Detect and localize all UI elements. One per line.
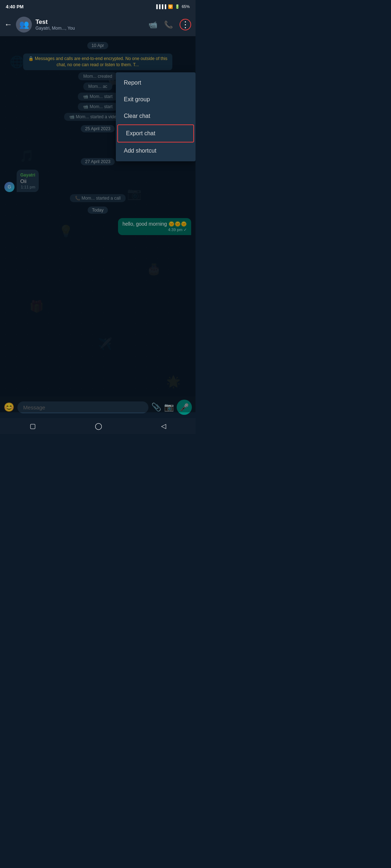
status-bar: 4:40 PM ▐▐▐▐ 🛜 🔋 65% xyxy=(0,0,196,13)
menu-item-report[interactable]: Report xyxy=(116,75,196,91)
header-info[interactable]: Test Gayatri, Mom..., You xyxy=(35,18,145,31)
battery-percent: 65% xyxy=(182,4,190,9)
more-options-button[interactable]: ⋮ xyxy=(180,19,191,30)
voice-call-button[interactable]: 📞 xyxy=(164,20,173,29)
nav-bar: ▢ ◯ ◁ xyxy=(0,418,196,434)
wifi-icon: 🛜 xyxy=(168,4,173,9)
battery-icon: 🔋 xyxy=(175,4,180,9)
signal-icon: ▐▐▐▐ xyxy=(155,4,166,9)
nav-square-button[interactable]: ▢ xyxy=(30,422,36,430)
chat-title: Test xyxy=(35,18,145,26)
chat-area: 🌐 💬 ❤️ 🎵 📷 💡 🎂 🎁 ✈️ 🌟 10 Apr 🔒 Messages … xyxy=(0,36,196,412)
menu-item-exit-group[interactable]: Exit group xyxy=(116,91,196,108)
dropdown-menu: Report Exit group Clear chat Export chat… xyxy=(116,72,196,161)
back-button[interactable]: ← xyxy=(4,20,12,29)
more-icon: ⋮ xyxy=(181,20,190,30)
menu-item-clear-chat[interactable]: Clear chat xyxy=(116,108,196,124)
nav-triangle-button[interactable]: ◁ xyxy=(161,422,166,430)
header-actions: 📹 📞 ⋮ xyxy=(148,19,191,30)
group-avatar: 👥 xyxy=(16,17,32,33)
menu-item-add-shortcut[interactable]: Add shortcut xyxy=(116,142,196,159)
nav-circle-button[interactable]: ◯ xyxy=(95,422,102,430)
video-call-button[interactable]: 📹 xyxy=(148,20,157,29)
chat-header: ← 👥 Test Gayatri, Mom..., You 📹 📞 ⋮ xyxy=(0,13,196,36)
avatar-icon: 👥 xyxy=(19,20,29,29)
status-time: 4:40 PM xyxy=(6,4,24,9)
chat-subtitle: Gayatri, Mom..., You xyxy=(35,26,145,31)
status-icons: ▐▐▐▐ 🛜 🔋 65% xyxy=(155,4,190,9)
menu-item-export-chat[interactable]: Export chat xyxy=(117,124,194,142)
